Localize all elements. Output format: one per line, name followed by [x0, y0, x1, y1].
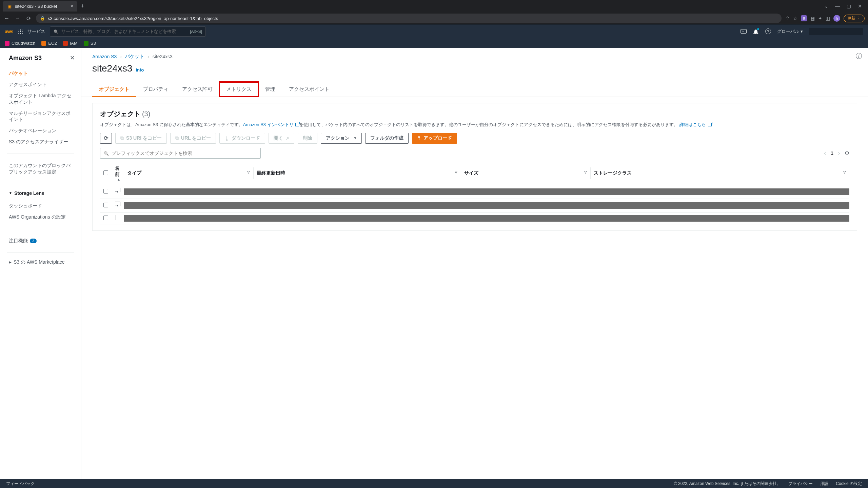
folder-icon — [115, 190, 120, 196]
search-icon — [54, 29, 59, 34]
page-info-icon[interactable]: i — [856, 53, 862, 59]
page-prev[interactable]: ‹ — [824, 150, 826, 156]
privacy-link[interactable]: プライバシー — [788, 481, 813, 487]
bookmark-star-icon[interactable]: ☆ — [793, 16, 797, 21]
page-number: 1 — [831, 150, 833, 156]
window-maximize-icon[interactable]: ▢ — [847, 3, 851, 9]
url-text: s3.console.aws.amazon.com/s3/buckets/sit… — [48, 16, 218, 21]
region-selector[interactable]: グローバル ▾ — [777, 28, 803, 35]
tab-objects[interactable]: オブジェクト — [92, 82, 136, 97]
folder-icon — [115, 204, 120, 210]
upload-button[interactable]: アップロード — [412, 133, 457, 144]
bookmark-cloudwatch[interactable]: CloudWatch — [5, 41, 35, 46]
breadcrumb-current: site24xs3 — [153, 54, 173, 59]
sidebar-close-icon[interactable]: ✕ — [70, 54, 75, 62]
sidebar-item-mrap[interactable]: マルチリージョンアクセスポイント — [0, 108, 81, 125]
close-tab-icon[interactable]: × — [71, 3, 73, 9]
breadcrumb-buckets[interactable]: バケット — [125, 54, 144, 60]
extension-badge[interactable]: 8 — [801, 15, 807, 21]
objects-table: 名前▲ タイプ▽ 最終更新日時▽ サイズ▽ ストレージクラス▽ — [100, 162, 849, 225]
profile-avatar[interactable]: h — [833, 15, 840, 22]
sidebar-item-orgs[interactable]: AWS Organizations の設定 — [0, 211, 81, 223]
share-icon[interactable]: ⇧ — [786, 16, 790, 21]
col-size[interactable]: サイズ▽ — [461, 162, 590, 185]
side-panel-icon[interactable]: ▥ — [826, 16, 830, 21]
row-checkbox[interactable] — [103, 216, 108, 220]
learn-more-link[interactable]: 詳細はこちら — [679, 122, 712, 127]
settings-gear-icon[interactable] — [845, 150, 849, 156]
reload-button[interactable]: ⟳ — [25, 15, 32, 22]
sidebar-item-buckets[interactable]: バケット — [0, 68, 81, 79]
tab-properties[interactable]: プロパティ — [136, 82, 175, 97]
external-link-icon — [295, 123, 299, 126]
inventory-link[interactable]: Amazon S3 インベントリ — [243, 122, 299, 127]
sidebar-title: Amazon S3 — [9, 55, 42, 62]
services-label[interactable]: サービス — [27, 28, 45, 35]
info-link[interactable]: Info — [136, 67, 144, 73]
tab-access-points[interactable]: アクセスポイント — [282, 82, 336, 97]
sidebar-item-batch[interactable]: バッチオペレーション — [0, 125, 81, 136]
sidebar-item-marketplace[interactable]: ▶S3 の AWS Marketplace — [0, 257, 81, 268]
redacted-content — [124, 188, 849, 195]
update-button[interactable]: 更新⋮ — [844, 15, 865, 22]
new-tab-button[interactable]: + — [77, 3, 88, 10]
bookmark-ec2[interactable]: EC2 — [41, 41, 57, 46]
table-row[interactable] — [100, 199, 849, 212]
sidebar-item-access-points[interactable]: アクセスポイント — [0, 79, 81, 90]
actions-dropdown[interactable]: アクション▼ — [321, 133, 362, 144]
window-minimize-icon[interactable]: ― — [835, 3, 840, 9]
open-icon — [285, 136, 289, 141]
sidebar-item-dashboard[interactable]: ダッシュボード — [0, 200, 81, 211]
aws-search-input[interactable] — [61, 29, 187, 34]
sidebar-group-storage-lens[interactable]: ▼Storage Lens — [0, 188, 81, 198]
notifications-icon[interactable] — [753, 28, 759, 35]
window-chevron-icon[interactable]: ⌄ — [824, 3, 828, 9]
window-close-icon[interactable]: ✕ — [858, 3, 862, 9]
bookmark-iam[interactable]: IAM — [63, 41, 78, 46]
sidebar-item-featured[interactable]: 注目機能3 — [0, 235, 81, 246]
breadcrumb-s3[interactable]: Amazon S3 — [92, 54, 117, 59]
tab-management[interactable]: 管理 — [258, 82, 282, 97]
sidebar-item-block-public[interactable]: このアカウントのブロックパブリックアクセス設定 — [0, 160, 81, 178]
objects-panel: オブジェクト (3) オブジェクトは、Amazon S3 に保存された基本的なエ… — [92, 103, 857, 231]
cloudshell-icon[interactable] — [741, 28, 747, 35]
sidebar-item-object-lambda[interactable]: オブジェクト Lambda アクセスポイント — [0, 90, 81, 108]
services-grid-icon[interactable] — [18, 29, 23, 34]
aws-global-header: aws サービス [Alt+S] グローバル ▾ — [0, 24, 868, 38]
refresh-button[interactable] — [100, 133, 112, 144]
feedback-link[interactable]: フィードバック — [6, 481, 35, 487]
extensions-puzzle-icon[interactable]: ✦ — [818, 16, 822, 21]
address-bar[interactable]: 🔒 s3.console.aws.amazon.com/s3/buckets/s… — [36, 14, 782, 23]
aws-logo[interactable]: aws — [5, 29, 13, 34]
tab-metrics[interactable]: メトリクス — [219, 82, 258, 97]
prefix-search[interactable] — [100, 148, 261, 159]
col-type[interactable]: タイプ▽ — [124, 162, 253, 185]
back-button[interactable]: ← — [3, 15, 10, 21]
aws-footer: フィードバック © 2022, Amazon Web Services, Inc… — [0, 479, 868, 488]
create-folder-button[interactable]: フォルダの作成 — [365, 133, 409, 144]
tab-permissions[interactable]: アクセス許可 — [175, 82, 219, 97]
open-button: 開く — [269, 133, 294, 144]
cookie-link[interactable]: Cookie の設定 — [836, 481, 862, 487]
page-title: site24xs3 — [92, 63, 132, 74]
col-storage[interactable]: ストレージクラス▽ — [590, 162, 849, 185]
breadcrumb: Amazon S3 › バケット › site24xs3 — [81, 48, 868, 60]
row-checkbox[interactable] — [103, 203, 108, 207]
help-icon[interactable] — [765, 28, 771, 35]
table-row[interactable] — [100, 212, 849, 224]
account-menu[interactable] — [809, 28, 863, 35]
redacted-content — [124, 215, 849, 222]
extension-icon[interactable]: ▦ — [810, 16, 815, 21]
select-all-checkbox[interactable] — [103, 170, 108, 175]
aws-search[interactable]: [Alt+S] — [50, 26, 206, 37]
browser-tab[interactable]: ▣ site24xs3 - S3 bucket × — [3, 1, 77, 12]
sidebar-item-access-analyzer[interactable]: S3 のアクセスアナライザー — [0, 136, 81, 147]
terms-link[interactable]: 用語 — [820, 481, 828, 487]
row-checkbox[interactable] — [103, 189, 108, 194]
bookmark-s3[interactable]: S3 — [84, 41, 96, 46]
col-name[interactable]: 名前▲ — [112, 162, 124, 185]
page-next[interactable]: › — [838, 150, 840, 156]
col-modified[interactable]: 最終更新日時▽ — [253, 162, 460, 185]
table-row[interactable] — [100, 185, 849, 199]
prefix-search-input[interactable] — [112, 150, 257, 156]
